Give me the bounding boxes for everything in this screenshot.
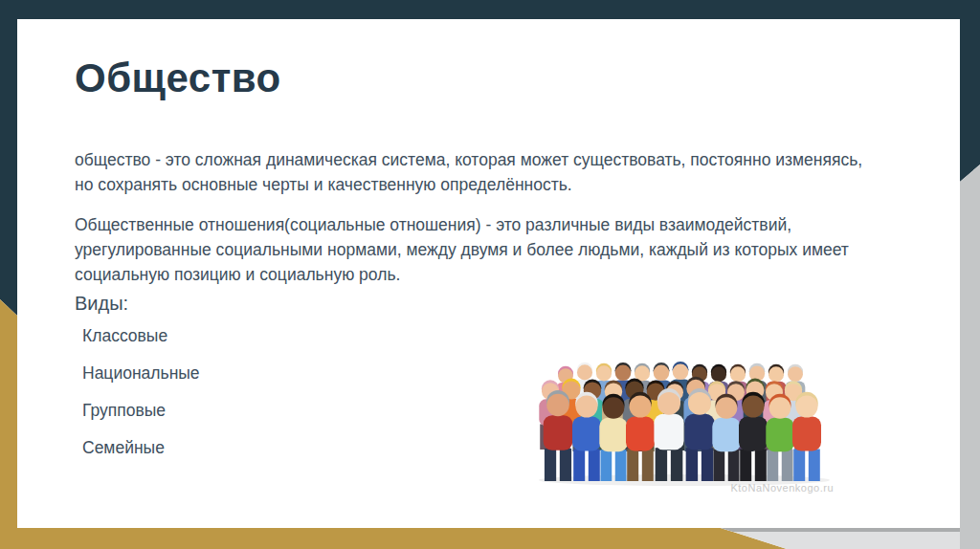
list-item-class: Классовые [82, 327, 200, 344]
slide-title: Общество [75, 55, 281, 101]
frame-right-teal-bar [960, 19, 980, 182]
watermark-text: KtoNaNovenkogo.ru [730, 482, 834, 494]
list-item-group: Групповые [82, 402, 200, 419]
crowd-illustration: KtoNaNovenkogo.ru [522, 304, 847, 486]
paragraph-social-relations: Общественные отношения(социальные отноше… [75, 212, 873, 287]
slide-text-block: общество - это сложная динамическая сист… [75, 147, 873, 302]
list-header-vidy: Виды: [75, 293, 128, 315]
list-item-national: Национальные [82, 364, 200, 382]
slide-canvas: { "slide": { "title": "Общество", "parag… [0, 0, 980, 549]
frame-slide-shadow-line [721, 528, 960, 532]
relation-kinds-list: Классовые Национальные Групповые Семейны… [82, 327, 200, 476]
frame-top-teal-bar [0, 0, 980, 19]
list-item-family: Семейные [82, 439, 200, 456]
paragraph-society-definition: общество - это сложная динамическая сист… [75, 147, 873, 197]
frame-left-teal-bar [0, 19, 17, 316]
frame-right-gray-bar [960, 165, 980, 549]
crowd-of-people-image [522, 304, 847, 486]
slide-body: Общество общество - это сложная динамиче… [17, 19, 960, 528]
